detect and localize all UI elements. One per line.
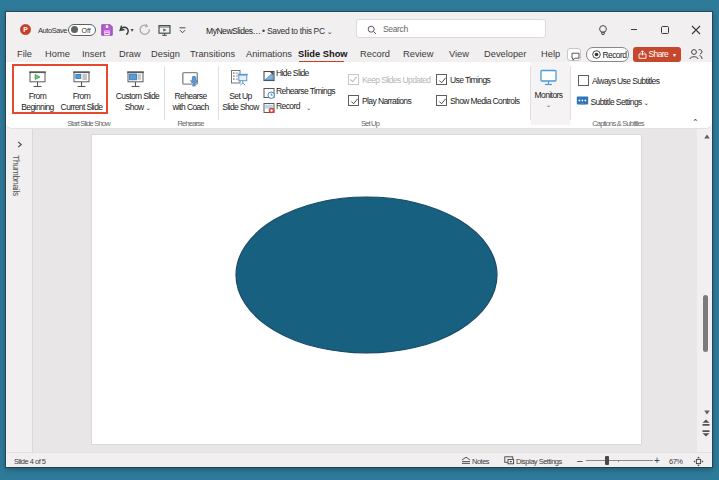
- svg-text:P: P: [23, 26, 28, 33]
